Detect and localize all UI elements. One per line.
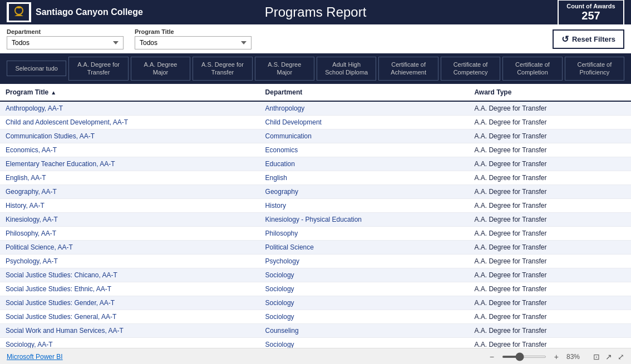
table-row[interactable]: Kinesiology, AA-TKinesiology - Physical … xyxy=(0,212,631,226)
cell-department: Sociology xyxy=(260,282,469,296)
college-name: Santiago Canyon College xyxy=(36,7,143,17)
cell-department: Economics xyxy=(260,143,469,157)
filter-tab-as-transfer[interactable]: A.S. Degree for Transfer xyxy=(193,57,252,81)
cell-program_title: Social Justice Studies: General, AA-T xyxy=(0,310,260,323)
cell-department: Sociology xyxy=(260,337,469,348)
header-row: Program Title▲DepartmentAward Type xyxy=(0,84,631,101)
table-row[interactable]: Social Work and Human Services, AA-TCoun… xyxy=(0,323,631,337)
cell-award_type: A.A. Degree for Transfer xyxy=(469,337,631,348)
cell-award_type: A.A. Degree for Transfer xyxy=(469,226,631,240)
table-row[interactable]: History, AA-THistoryA.A. Degree for Tran… xyxy=(0,198,631,212)
program-title-select[interactable]: Todos xyxy=(135,36,252,49)
count-label: Count of Awards xyxy=(565,3,617,9)
count-value: 257 xyxy=(565,9,617,22)
cell-department: Education xyxy=(260,157,469,171)
zoom-plus-button[interactable]: + xyxy=(552,351,561,362)
cell-award_type: A.A. Degree for Transfer xyxy=(469,157,631,171)
filter-tab-adult-high[interactable]: Adult High School Diploma xyxy=(317,57,376,81)
table-row[interactable]: Child and Adolescent Development, AA-TCh… xyxy=(0,115,631,129)
table-row[interactable]: Philosophy, AA-TPhilosophyA.A. Degree fo… xyxy=(0,226,631,240)
cell-award_type: A.A. Degree for Transfer xyxy=(469,240,631,254)
filter-tab-aa-transfer[interactable]: A.A. Degree for Transfer xyxy=(68,57,128,81)
cell-award_type: A.A. Degree for Transfer xyxy=(469,171,631,185)
cell-department: Anthropology xyxy=(260,101,469,116)
department-label: Department xyxy=(7,28,124,35)
main-content: Program Title▲DepartmentAward Type Anthr… xyxy=(0,84,631,348)
cell-department: Kinesiology - Physical Education xyxy=(260,212,469,226)
table-row[interactable]: Social Justice Studies: Ethnic, AA-TSoci… xyxy=(0,282,631,296)
filter-tab-aa-major[interactable]: A.A. Degree Major xyxy=(131,57,190,81)
cell-award_type: A.A. Degree for Transfer xyxy=(469,296,631,310)
cell-department: Political Science xyxy=(260,240,469,254)
svg-rect-2 xyxy=(17,7,21,8)
cell-department: Philosophy xyxy=(260,226,469,240)
table-row[interactable]: Social Justice Studies: Gender, AA-TSoci… xyxy=(0,296,631,310)
filter-tab-cert-completion[interactable]: Certificate of Completion xyxy=(502,57,562,81)
department-select[interactable]: Todos xyxy=(7,36,124,49)
fit-page-icon[interactable]: ⊡ xyxy=(593,352,600,361)
report-title: Programs Report xyxy=(265,4,367,20)
table-row[interactable]: Economics, AA-TEconomicsA.A. Degree for … xyxy=(0,143,631,157)
program-title-label: Program Title xyxy=(135,28,252,35)
cell-program_title: Social Justice Studies: Ethnic, AA-T xyxy=(0,282,260,296)
table-body: Anthropology, AA-TAnthropologyA.A. Degre… xyxy=(0,101,631,348)
filters-bar: Department Todos Program Title Todos ↺ R… xyxy=(0,24,631,53)
filter-tabs: Selecionar tudoA.A. Degree for TransferA… xyxy=(0,53,631,84)
cell-program_title: History, AA-T xyxy=(0,198,260,212)
table-row[interactable]: Geography, AA-TGeographyA.A. Degree for … xyxy=(0,185,631,198)
sort-arrow-program_title: ▲ xyxy=(51,89,56,96)
table-row[interactable]: Social Justice Studies: General, AA-TSoc… xyxy=(0,310,631,323)
reset-filters-button[interactable]: ↺ Reset Filters xyxy=(553,29,624,49)
logo-area: Santiago Canyon College xyxy=(7,2,143,22)
table-row[interactable]: Anthropology, AA-TAnthropologyA.A. Degre… xyxy=(0,101,631,116)
cell-award_type: A.A. Degree for Transfer xyxy=(469,268,631,282)
power-bi-link[interactable]: Microsoft Power BI xyxy=(7,353,63,361)
col-header-program_title[interactable]: Program Title▲ xyxy=(0,84,260,101)
zoom-minus-button[interactable]: − xyxy=(487,351,496,362)
filter-tab-cert-achievement[interactable]: Certificate of Achievement xyxy=(378,57,438,81)
zoom-percent: 83% xyxy=(566,353,584,361)
cell-program_title: Social Justice Studies: Chicano, AA-T xyxy=(0,268,260,282)
table-row[interactable]: Psychology, AA-TPsychologyA.A. Degree fo… xyxy=(0,254,631,268)
department-filter-group: Department Todos xyxy=(7,28,124,49)
programs-table: Program Title▲DepartmentAward Type Anthr… xyxy=(0,84,631,348)
zoom-slider[interactable] xyxy=(502,356,546,358)
share-icon[interactable]: ↗ xyxy=(605,352,612,361)
reset-icon: ↺ xyxy=(561,34,569,44)
table-row[interactable]: Sociology, AA-TSociologyA.A. Degree for … xyxy=(0,337,631,348)
cell-award_type: A.A. Degree for Transfer xyxy=(469,143,631,157)
reset-label: Reset Filters xyxy=(572,35,615,43)
table-row[interactable]: Elementary Teacher Education, AA-TEducat… xyxy=(0,157,631,171)
cell-program_title: Psychology, AA-T xyxy=(0,254,260,268)
table-row[interactable]: English, AA-TEnglishA.A. Degree for Tran… xyxy=(0,171,631,185)
header: Santiago Canyon College Programs Report … xyxy=(0,0,631,24)
filter-tab-as-major[interactable]: A.S. Degree Major xyxy=(255,57,314,81)
cell-program_title: Philosophy, AA-T xyxy=(0,226,260,240)
cell-program_title: Kinesiology, AA-T xyxy=(0,212,260,226)
table-container[interactable]: Program Title▲DepartmentAward Type Anthr… xyxy=(0,84,631,348)
table-row[interactable]: Social Justice Studies: Chicano, AA-TSoc… xyxy=(0,268,631,282)
filter-tab-cert-competency[interactable]: Certificate of Competency xyxy=(441,57,500,81)
program-title-filter-group: Program Title Todos xyxy=(135,28,252,49)
table-header: Program Title▲DepartmentAward Type xyxy=(0,84,631,101)
cell-program_title: Economics, AA-T xyxy=(0,143,260,157)
cell-program_title: Communication Studies, AA-T xyxy=(0,129,260,143)
cell-department: Sociology xyxy=(260,296,469,310)
cell-department: Sociology xyxy=(260,268,469,282)
count-badge: Count of Awards 257 xyxy=(558,0,624,26)
table-row[interactable]: Communication Studies, AA-TCommunication… xyxy=(0,129,631,143)
filter-tab-cert-proficiency[interactable]: Certificate of Proficiency xyxy=(565,57,624,81)
cell-department: English xyxy=(260,171,469,185)
filter-tab-select-all[interactable]: Selecionar tudo xyxy=(7,61,66,76)
fullscreen-icon[interactable]: ⤢ xyxy=(618,352,624,361)
cell-program_title: Elementary Teacher Education, AA-T xyxy=(0,157,260,171)
footer: Microsoft Power BI − + 83% ⊡ ↗ ⤢ xyxy=(0,348,631,364)
cell-department: Child Development xyxy=(260,115,469,129)
footer-right: − + 83% ⊡ ↗ ⤢ xyxy=(487,351,624,362)
cell-department: Communication xyxy=(260,129,469,143)
col-header-department: Department xyxy=(260,84,469,101)
cell-award_type: A.A. Degree for Transfer xyxy=(469,323,631,337)
cell-award_type: A.A. Degree for Transfer xyxy=(469,282,631,296)
table-row[interactable]: Political Science, AA-TPolitical Science… xyxy=(0,240,631,254)
cell-award_type: A.A. Degree for Transfer xyxy=(469,185,631,198)
